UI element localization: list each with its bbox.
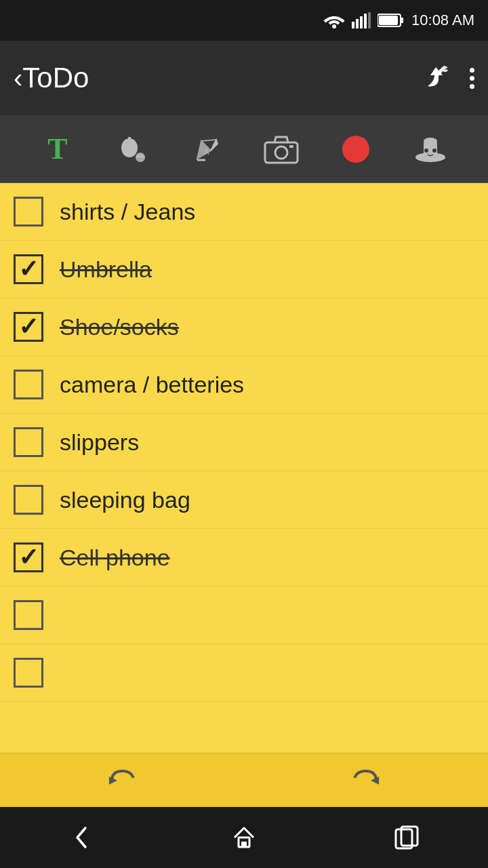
todo-item: slippers (0, 414, 488, 471)
svg-rect-10 (128, 137, 131, 144)
svg-rect-7 (401, 18, 403, 23)
nav-back-icon (66, 823, 96, 852)
back-button[interactable]: ‹ (14, 64, 22, 92)
note-area: shirts / Jeans ✓ Umbrella ✓ Shoe/socks c… (0, 183, 488, 753)
text-format-icon: T (47, 132, 67, 166)
todo-item (0, 644, 488, 702)
checkbox-7[interactable]: ✓ (14, 542, 43, 572)
record-icon (342, 136, 369, 163)
record-button[interactable] (332, 125, 380, 173)
svg-point-19 (424, 138, 437, 144)
svg-text:A: A (205, 149, 209, 156)
pen-icon: A (192, 134, 222, 164)
app-bar-actions (418, 60, 474, 96)
camera-icon (264, 134, 299, 164)
status-bar: 10:08 AM (0, 0, 488, 41)
overflow-menu-button[interactable] (470, 68, 474, 89)
bottom-actions-bar (0, 753, 488, 807)
status-time: 10:08 AM (411, 12, 474, 29)
checkmark-7: ✓ (18, 545, 39, 570)
status-icons: 10:08 AM (323, 12, 474, 29)
redo-button[interactable] (322, 760, 410, 801)
item-text-7: Cell phone (60, 545, 170, 571)
svg-rect-4 (364, 14, 367, 28)
svg-rect-16 (289, 145, 293, 148)
app-bar-title: ToDo (22, 62, 418, 94)
todo-item: camera / betteries (0, 356, 488, 414)
paint-bucket-icon (117, 134, 147, 164)
checkmark-3: ✓ (18, 315, 39, 339)
item-text-5: slippers (60, 429, 139, 456)
svg-rect-25 (241, 842, 247, 847)
checkbox-6[interactable] (14, 485, 43, 515)
item-text-3: Shoe/socks (60, 314, 179, 340)
checkbox-4[interactable] (14, 370, 43, 399)
toolbar: T A (0, 115, 488, 183)
nav-home-button[interactable] (217, 810, 271, 865)
hat-button[interactable] (407, 125, 454, 173)
checkbox-5[interactable] (14, 427, 43, 457)
battery-icon (378, 13, 405, 28)
new-item-input[interactable] (60, 602, 399, 629)
paint-bucket-button[interactable] (108, 125, 156, 173)
nav-home-icon (229, 823, 259, 852)
svg-rect-2 (356, 19, 359, 28)
svg-point-21 (432, 149, 436, 153)
svg-point-15 (275, 146, 287, 159)
nav-bar (0, 807, 488, 868)
checkbox-1[interactable] (14, 197, 43, 226)
redo-icon (349, 767, 383, 794)
undo-button[interactable] (78, 760, 166, 801)
todo-item: ✓ Umbrella (0, 241, 488, 298)
share-icon[interactable] (418, 60, 453, 96)
svg-rect-3 (360, 16, 363, 28)
todo-list: shirts / Jeans ✓ Umbrella ✓ Shoe/socks c… (0, 183, 488, 753)
item-text-2: Umbrella (60, 256, 152, 283)
pen-button[interactable]: A (183, 125, 230, 173)
svg-rect-5 (368, 12, 371, 28)
checkbox-8[interactable] (14, 600, 43, 630)
checkbox-9[interactable] (14, 658, 43, 688)
svg-point-0 (332, 24, 336, 28)
text-format-button[interactable]: T (34, 125, 81, 173)
nav-recent-button[interactable] (380, 810, 434, 865)
nav-back-button[interactable] (54, 810, 108, 865)
todo-item (0, 587, 488, 644)
svg-rect-8 (379, 16, 398, 25)
svg-point-20 (424, 149, 428, 153)
item-text-1: shirts / Jeans (60, 199, 195, 225)
item-text-6: sleeping bag (60, 487, 190, 513)
todo-item: sleeping bag (0, 471, 488, 529)
undo-icon (105, 767, 139, 794)
nav-recent-icon (392, 823, 422, 852)
item-text-4: camera / betteries (60, 372, 244, 398)
todo-item-empty (0, 702, 488, 753)
checkmark-2: ✓ (18, 257, 39, 281)
checkbox-3[interactable]: ✓ (14, 312, 43, 342)
checkbox-2[interactable]: ✓ (14, 254, 43, 284)
svg-rect-1 (352, 22, 354, 28)
signal-icon (352, 12, 371, 28)
todo-item: ✓ Cell phone (0, 529, 488, 587)
camera-button[interactable] (258, 125, 305, 173)
app-bar: ‹ ToDo (0, 41, 488, 115)
todo-item: shirts / Jeans (0, 183, 488, 241)
wifi-icon (323, 12, 345, 28)
todo-item: ✓ Shoe/socks (0, 298, 488, 356)
hat-icon (413, 134, 448, 164)
